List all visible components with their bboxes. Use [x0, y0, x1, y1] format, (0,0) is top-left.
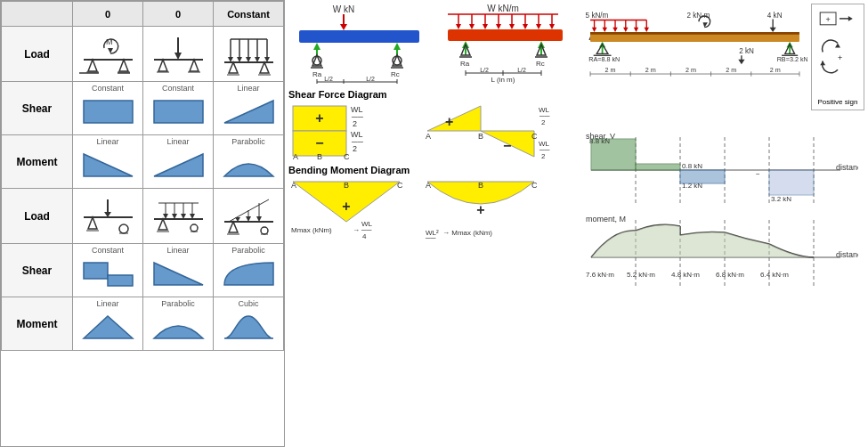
- svg-text:+: +: [476, 202, 484, 217]
- svg-text:+: +: [826, 15, 831, 24]
- svg-text:6.8 kN·m: 6.8 kN·m: [716, 271, 744, 279]
- svg-text:L/2: L/2: [517, 67, 526, 73]
- svg-text:L/2: L/2: [366, 76, 375, 82]
- right-beam-area: 4 kN 5 kN/m 2 kN·m A B: [582, 4, 864, 128]
- svg-text:2 m: 2 m: [726, 66, 736, 74]
- svg-marker-79: [313, 43, 320, 50]
- svg-rect-32: [84, 101, 133, 123]
- svg-text:2 m: 2 m: [685, 66, 696, 74]
- cell-shear-parabolic: Parabolic: [214, 244, 284, 297]
- svg-rect-33: [154, 101, 203, 123]
- svg-marker-107: [496, 24, 501, 29]
- svg-text:2: 2: [541, 152, 546, 160]
- svg-marker-103: [469, 24, 475, 29]
- svg-marker-148: [427, 106, 481, 131]
- svg-text:L/2: L/2: [324, 76, 333, 82]
- sfd-section: Shear Force Diagram + WL ── 2 − A B C WL…: [288, 89, 575, 162]
- svg-marker-115: [549, 24, 555, 29]
- right-beam-svg: 4 kN 5 kN/m 2 kN·m A B: [582, 4, 807, 128]
- svg-marker-113: [536, 24, 541, 29]
- svg-marker-18: [260, 62, 269, 73]
- cell-moment-linear-b: Linear: [73, 297, 143, 351]
- svg-text:6.4 kN·m: 6.4 kN·m: [760, 271, 789, 279]
- svg-point-60: [261, 227, 268, 234]
- svg-marker-5: [108, 48, 113, 53]
- cell-load-zero: [73, 189, 143, 244]
- bmd-section: Bending Moment Diagram + A B C Mmax (kNm…: [288, 165, 575, 241]
- svg-text:L/2: L/2: [480, 67, 489, 73]
- svg-text:−: −: [503, 138, 511, 153]
- svg-text:7.6 kN·m: 7.6 kN·m: [586, 271, 614, 279]
- cell-load-linear: [214, 189, 284, 244]
- svg-marker-185: [592, 28, 596, 32]
- row-header-moment1: Moment: [2, 135, 73, 189]
- svg-point-46: [191, 224, 198, 232]
- svg-text:W kN/m: W kN/m: [487, 4, 519, 13]
- svg-text:3.2 kN: 3.2 kN: [771, 195, 791, 203]
- svg-text:W kN: W kN: [332, 4, 353, 14]
- cell-moment-linear2: Linear: [143, 135, 214, 189]
- svg-text:A: A: [426, 181, 431, 190]
- svg-marker-235: [835, 44, 840, 48]
- svg-text:2 m: 2 m: [770, 66, 781, 74]
- svg-text:2 kN: 2 kN: [739, 47, 754, 55]
- svg-text:B: B: [478, 132, 483, 141]
- moment-diagram-right: moment, M distance, x 7.6 kN·m: [582, 213, 864, 295]
- svg-marker-193: [634, 28, 638, 32]
- svg-text:−: −: [315, 135, 323, 150]
- svg-marker-181: [770, 28, 776, 32]
- row-header-load2: Load: [2, 189, 73, 244]
- svg-rect-252: [769, 170, 814, 195]
- svg-text:B: B: [478, 181, 483, 190]
- cell-udl-load: [214, 27, 284, 82]
- cell-moment-linear1: Linear: [73, 135, 143, 189]
- svg-marker-234: [848, 16, 853, 21]
- svg-text:M: M: [106, 37, 113, 46]
- svg-rect-77: [299, 30, 419, 43]
- row-header-moment2: Moment: [2, 297, 73, 351]
- svg-marker-17: [229, 62, 238, 73]
- svg-text:5 kN/m: 5 kN/m: [586, 12, 609, 20]
- svg-text:C: C: [531, 181, 538, 190]
- svg-text:+: +: [342, 199, 350, 214]
- svg-marker-3: [119, 60, 128, 71]
- svg-marker-195: [645, 28, 649, 32]
- svg-text:2: 2: [353, 119, 357, 128]
- svg-marker-10: [158, 60, 167, 71]
- row-header-load1: Load: [2, 27, 73, 82]
- svg-text:4.8 kN·m: 4.8 kN·m: [671, 271, 700, 279]
- bmd-title: Bending Moment Diagram: [288, 165, 575, 175]
- point-load-beam-diagram: W kN Ra: [288, 4, 429, 85]
- svg-text:2: 2: [541, 118, 546, 126]
- cell-point-load: [143, 27, 214, 82]
- svg-rect-70: [84, 263, 108, 279]
- cell-shear-linear-b: Linear: [143, 244, 214, 297]
- svg-text:→: →: [353, 226, 360, 234]
- svg-marker-204: [738, 60, 744, 64]
- svg-text:Rc: Rc: [536, 60, 545, 68]
- svg-text:4 kN: 4 kN: [767, 12, 783, 20]
- sfd-title: Shear Force Diagram: [288, 89, 575, 100]
- svg-text:+: +: [315, 110, 323, 126]
- svg-text:A: A: [293, 152, 298, 161]
- svg-text:RA=8.8 kN: RA=8.8 kN: [588, 55, 620, 63]
- cell-shear-constant2: Constant: [143, 82, 214, 135]
- svg-marker-59: [229, 222, 238, 232]
- cell-shear-constant1: Constant: [73, 82, 143, 135]
- row-header-shear2: Shear: [2, 244, 73, 297]
- svg-text:L (in m): L (in m): [345, 83, 369, 84]
- svg-marker-111: [523, 24, 528, 29]
- svg-text:RB=3.2 kN: RB=3.2 kN: [777, 55, 807, 63]
- svg-marker-73: [84, 316, 133, 338]
- positive-sign-box: + + Positive sign: [811, 4, 864, 110]
- svg-text:C: C: [344, 152, 350, 161]
- svg-rect-248: [636, 164, 680, 170]
- svg-text:0.8 kN: 0.8 kN: [682, 162, 702, 170]
- cell-shear-constant-b: Constant: [73, 244, 143, 297]
- svg-marker-45: [158, 219, 167, 230]
- svg-text:Ra: Ra: [312, 70, 322, 78]
- svg-marker-187: [603, 28, 607, 32]
- svg-text:C: C: [397, 181, 403, 190]
- svg-text:+: +: [445, 114, 453, 129]
- svg-marker-189: [612, 28, 617, 32]
